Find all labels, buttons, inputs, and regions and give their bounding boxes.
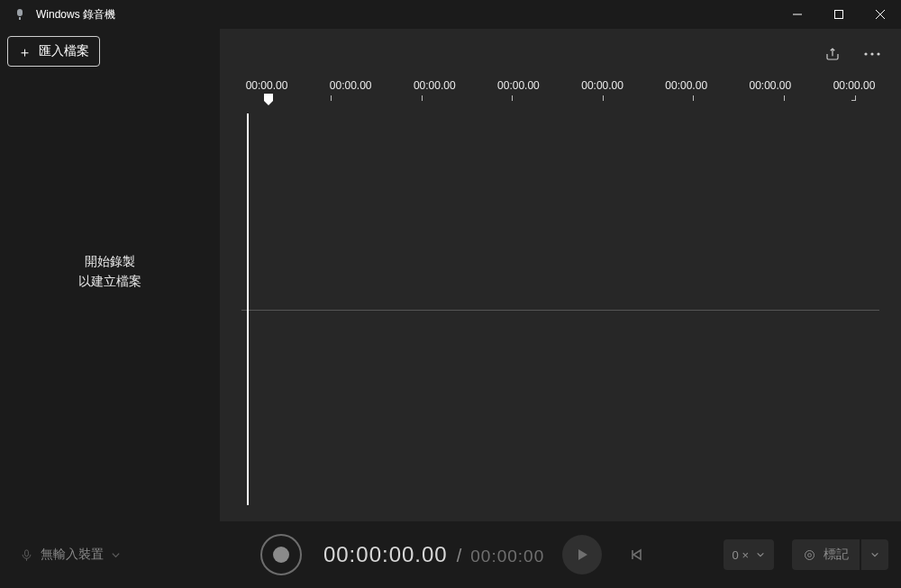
close-button[interactable]	[860, 0, 901, 29]
waveform-midline	[241, 310, 879, 311]
input-device-label: 無輸入裝置	[41, 547, 104, 563]
marker-dropdown-button[interactable]	[861, 539, 888, 570]
current-time: 00:00:00.00	[323, 542, 448, 567]
record-button[interactable]	[260, 534, 302, 575]
svg-point-12	[805, 550, 815, 559]
app-icon	[13, 7, 27, 22]
timecode: 00:00:00.00 / 00:00:00	[323, 542, 544, 567]
ruler-labels: 00:00.00 00:00.00 00:00.00 00:00.00 00:0…	[241, 79, 879, 92]
empty-line-1: 開始錄製	[85, 252, 135, 272]
marker-icon	[803, 548, 816, 562]
svg-rect-1	[19, 17, 21, 20]
ruler-label: 00:00.00	[241, 79, 292, 92]
ruler-label: 00:00.00	[578, 79, 628, 92]
previous-marker-button[interactable]	[618, 537, 654, 573]
play-button[interactable]	[562, 535, 602, 574]
sidebar: ＋ 匯入檔案 開始錄製 以建立檔案	[0, 29, 220, 521]
more-button[interactable]	[854, 38, 890, 70]
total-time: 00:00:00	[470, 547, 544, 566]
chevron-down-icon	[756, 550, 765, 559]
bottom-bar: 無輸入裝置 00:00:00.00 / 00:00:00 0 × 標記	[0, 521, 901, 588]
chevron-down-icon	[111, 550, 121, 560]
svg-point-7	[870, 52, 873, 55]
ruler-ticks	[241, 95, 879, 108]
ruler-label: 00:00.00	[661, 79, 712, 92]
playhead-line	[247, 113, 249, 505]
playback-speed-selector[interactable]: 0 ×	[724, 539, 774, 570]
add-marker-button[interactable]: 標記	[792, 539, 860, 570]
ruler-label: 00:00.00	[829, 79, 879, 92]
ruler-label: 00:00.00	[409, 79, 460, 92]
ruler-label: 00:00.00	[745, 79, 796, 92]
content-toolbar	[220, 29, 901, 79]
content-area: 00:00.00 00:00.00 00:00.00 00:00.00 00:0…	[220, 29, 901, 521]
waveform-area[interactable]	[241, 113, 879, 505]
minimize-button[interactable]	[777, 0, 818, 29]
empty-line-2: 以建立檔案	[78, 272, 141, 292]
playhead-handle[interactable]	[263, 94, 274, 106]
svg-rect-3	[835, 11, 843, 19]
share-button[interactable]	[815, 38, 851, 70]
microphone-icon	[20, 548, 33, 562]
ruler-label: 00:00.00	[325, 79, 376, 92]
empty-state-message: 開始錄製 以建立檔案	[0, 22, 220, 521]
speed-label: 0 ×	[733, 548, 749, 562]
marker-button-group: 標記	[792, 539, 888, 570]
input-device-selector[interactable]: 無輸入裝置	[13, 541, 128, 568]
timeline-ruler[interactable]: 00:00.00 00:00.00 00:00.00 00:00.00 00:0…	[220, 79, 901, 108]
maximize-button[interactable]	[818, 0, 860, 29]
record-icon	[273, 547, 289, 563]
main-area: ＋ 匯入檔案 開始錄製 以建立檔案 00:00.00	[0, 29, 901, 521]
time-separator: /	[457, 546, 462, 566]
svg-point-8	[877, 52, 879, 55]
svg-rect-0	[17, 9, 23, 16]
svg-point-6	[864, 52, 867, 55]
window-controls	[777, 0, 901, 29]
svg-point-13	[808, 553, 812, 556]
ruler-label: 00:00.00	[493, 79, 543, 92]
app-title: Windows 錄音機	[36, 7, 115, 23]
svg-rect-9	[25, 549, 29, 556]
marker-label: 標記	[824, 547, 849, 563]
